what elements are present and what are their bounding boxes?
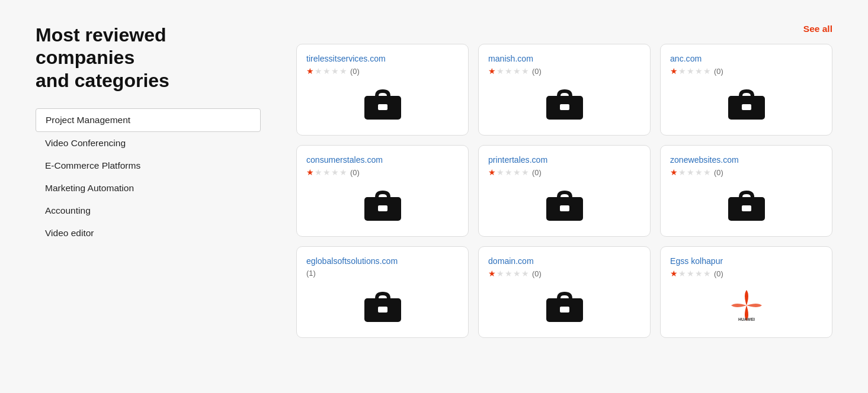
sidebar-category-item[interactable]: Video editor (36, 222, 261, 244)
card-rating: ★★★★★(0) (306, 66, 360, 76)
company-name[interactable]: tirelessitservices.com (306, 54, 386, 63)
sidebar-category-item[interactable]: Marketing Automation (36, 177, 261, 199)
card-rating: ★★★★★(0) (670, 66, 723, 76)
review-count: (0) (350, 67, 360, 76)
empty-star-icon: ★ (505, 167, 513, 177)
company-name[interactable]: eglobalsoftsolutions.com (306, 256, 398, 266)
empty-star-icon: ★ (315, 167, 322, 177)
svg-rect-11 (742, 205, 751, 211)
review-count: (1) (306, 269, 316, 278)
card-icon-area (488, 80, 640, 125)
company-card: domain.com★★★★★(0) (478, 246, 651, 338)
card-icon-area: HUAWEI (670, 283, 822, 328)
svg-rect-7 (378, 205, 387, 211)
svg-rect-9 (560, 205, 569, 211)
company-name[interactable]: zonewebsites.com (670, 155, 739, 165)
empty-star-icon: ★ (315, 66, 322, 76)
company-name[interactable]: consumerstales.com (306, 155, 383, 165)
sidebar-category-item[interactable]: Accounting (36, 199, 261, 222)
filled-star-icon: ★ (488, 167, 496, 177)
filled-star-icon: ★ (670, 167, 678, 177)
briefcase-icon (544, 288, 585, 323)
card-rating: ★★★★★(0) (670, 269, 723, 278)
empty-star-icon: ★ (521, 167, 529, 177)
empty-star-icon: ★ (331, 66, 339, 76)
svg-text:HUAWEI: HUAWEI (738, 317, 755, 321)
svg-rect-5 (742, 104, 751, 110)
sidebar-category-item[interactable]: E-Commerce Platforms (36, 154, 261, 177)
empty-star-icon: ★ (505, 66, 513, 76)
top-bar: See all (296, 24, 832, 34)
empty-star-icon: ★ (339, 167, 347, 177)
briefcase-icon (726, 186, 767, 222)
company-card: consumerstales.com★★★★★(0) (296, 145, 469, 237)
company-name[interactable]: Egss kolhapur (670, 256, 723, 266)
filled-star-icon: ★ (488, 269, 496, 278)
main-content: See all tirelessitservices.com★★★★★(0)ma… (296, 24, 832, 338)
company-grid: tirelessitservices.com★★★★★(0)manish.com… (296, 44, 832, 338)
card-icon-area (670, 80, 822, 125)
card-rating: ★★★★★(0) (488, 167, 542, 177)
empty-star-icon: ★ (678, 167, 686, 177)
card-icon-area (306, 182, 459, 227)
empty-star-icon: ★ (513, 66, 521, 76)
empty-star-icon: ★ (703, 66, 711, 76)
company-card: tirelessitservices.com★★★★★(0) (296, 44, 469, 136)
star-rating: ★★★★★ (670, 269, 711, 278)
empty-star-icon: ★ (703, 167, 711, 177)
empty-star-icon: ★ (521, 269, 529, 278)
company-card: eglobalsoftsolutions.com(1) (296, 246, 469, 338)
card-rating: ★★★★★(0) (488, 269, 542, 278)
star-rating: ★★★★★ (488, 269, 529, 278)
empty-star-icon: ★ (678, 269, 686, 278)
review-count: (0) (714, 168, 723, 177)
review-count: (0) (714, 269, 723, 278)
empty-star-icon: ★ (687, 269, 694, 278)
card-rating: ★★★★★(0) (306, 167, 360, 177)
filled-star-icon: ★ (306, 167, 314, 177)
review-count: (0) (532, 67, 542, 76)
briefcase-icon (544, 85, 585, 121)
star-rating: ★★★★★ (670, 66, 711, 76)
svg-rect-15 (560, 307, 569, 313)
company-card: printertales.com★★★★★(0) (478, 145, 651, 237)
company-name[interactable]: domain.com (488, 256, 534, 266)
star-rating: ★★★★★ (306, 66, 347, 76)
sidebar-category-item[interactable]: Project Management (36, 108, 261, 132)
empty-star-icon: ★ (695, 269, 703, 278)
company-name[interactable]: manish.com (488, 54, 533, 63)
empty-star-icon: ★ (331, 167, 339, 177)
company-card: zonewebsites.com★★★★★(0) (660, 145, 832, 237)
empty-star-icon: ★ (323, 66, 331, 76)
card-icon-area (488, 283, 640, 328)
card-icon-area (306, 80, 459, 125)
page-title: Most reviewed companiesand categories (36, 24, 261, 92)
review-count: (0) (532, 269, 542, 278)
star-rating: ★★★★★ (488, 167, 529, 177)
company-name[interactable]: printertales.com (488, 155, 547, 165)
empty-star-icon: ★ (703, 269, 711, 278)
sidebar: Most reviewed companiesand categories Pr… (36, 24, 261, 338)
empty-star-icon: ★ (695, 167, 703, 177)
empty-star-icon: ★ (505, 269, 513, 278)
card-rating: ★★★★★(0) (488, 66, 542, 76)
svg-rect-3 (560, 104, 569, 110)
review-count: (0) (350, 168, 360, 177)
svg-rect-1 (378, 104, 387, 110)
empty-star-icon: ★ (687, 167, 694, 177)
page-layout: Most reviewed companiesand categories Pr… (36, 24, 832, 338)
card-icon-area (488, 182, 640, 227)
card-icon-area (306, 282, 459, 328)
card-icon-area (670, 182, 822, 227)
briefcase-icon (362, 288, 403, 323)
sidebar-category-item[interactable]: Video Conferencing (36, 132, 261, 154)
card-rating: ★★★★★(0) (670, 167, 723, 177)
card-rating: (1) (306, 269, 316, 278)
briefcase-icon (726, 85, 767, 121)
svg-rect-13 (378, 307, 387, 313)
see-all-link[interactable]: See all (803, 24, 832, 34)
empty-star-icon: ★ (339, 66, 347, 76)
filled-star-icon: ★ (670, 269, 678, 278)
empty-star-icon: ★ (497, 66, 504, 76)
company-name[interactable]: anc.com (670, 54, 702, 63)
